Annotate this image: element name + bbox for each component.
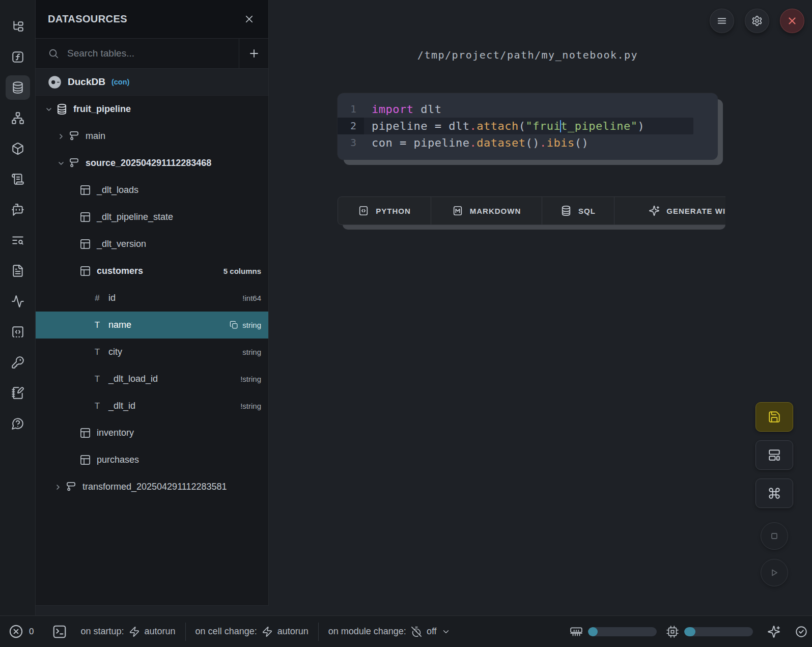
tree-row-dlt-load-id[interactable]: T_dlt_load_id!string <box>36 365 268 392</box>
status-on-cell-change[interactable]: on cell change:autorun <box>195 626 309 637</box>
key-icon <box>11 356 24 369</box>
tree-row-meta: !int64 <box>242 294 261 302</box>
status-item-label: on startup: <box>80 626 124 637</box>
tree-row-transformed-202504291112283581[interactable]: transformed_202504291112283581 <box>36 473 268 500</box>
code-text: con = pipeline.dataset().ibis() <box>364 134 718 151</box>
chevron-down-icon <box>441 627 451 636</box>
rail-item-database[interactable] <box>6 75 30 100</box>
column-type-glyph: # <box>93 293 102 303</box>
tree-row-meta-label: string <box>242 321 261 329</box>
close-x-button[interactable] <box>780 9 804 33</box>
tree-row-inventory[interactable]: inventory <box>36 419 268 446</box>
rail-item-code-square[interactable] <box>6 320 30 344</box>
tree-label: _dlt_pipeline_state <box>97 212 173 222</box>
line-number: 2 <box>338 118 364 134</box>
rail-item-notebook-pen[interactable] <box>6 381 30 405</box>
cell-action-generate-with-ai[interactable]: GENERATE WITH AI <box>614 197 725 224</box>
chevron-down-icon <box>57 159 65 167</box>
tree-row-meta: !string <box>240 375 261 383</box>
connection-name: DuckDB <box>68 76 105 88</box>
chevron-right-icon <box>57 132 65 140</box>
error-indicator[interactable]: 0 <box>8 624 34 639</box>
tree-row-main[interactable]: main <box>36 123 268 150</box>
check-circle-button[interactable] <box>795 625 808 638</box>
settings-button[interactable] <box>745 9 769 33</box>
tree-label: name <box>108 320 131 330</box>
tree-row-dlt-version[interactable]: _dlt_version <box>36 231 268 258</box>
command-icon <box>768 487 781 500</box>
menu-button[interactable] <box>710 9 734 33</box>
settings-icon <box>751 15 763 26</box>
rail-item-activity[interactable] <box>6 289 30 314</box>
rail-item-network[interactable] <box>6 106 30 130</box>
tree-row-id[interactable]: #id!int64 <box>36 285 268 312</box>
status-on-module-change[interactable]: on module change:off <box>328 626 451 637</box>
status-on-startup[interactable]: on startup:autorun <box>80 626 175 637</box>
table-icon <box>79 454 91 466</box>
zap-icon <box>129 626 140 637</box>
rail-item-bot-chat[interactable] <box>6 198 30 222</box>
tree-row-name[interactable]: Tnamestring <box>36 312 268 339</box>
tree-row-purchases[interactable]: purchases <box>36 446 268 473</box>
code-btn-icon <box>358 205 369 216</box>
terminal-button[interactable] <box>52 624 67 639</box>
cell-action-markdown[interactable]: MARKDOWN <box>431 197 542 224</box>
connection-badge: (con) <box>111 78 129 86</box>
line-number: 3 <box>338 134 364 151</box>
chevron-down-icon <box>57 159 65 167</box>
panel-header: DATASOURCES <box>36 0 268 39</box>
status-item-label: on cell change: <box>195 626 257 637</box>
file-text-icon <box>11 264 24 277</box>
layout-button[interactable] <box>755 440 793 470</box>
column-type-glyph: T <box>93 320 102 330</box>
tree-row-customers[interactable]: customers5 columns <box>36 258 268 285</box>
add-datasource-button[interactable] <box>239 39 268 69</box>
code-text: pipeline = dlt.attach("fruit_pipeline") <box>364 118 693 134</box>
rail-item-file-text[interactable] <box>6 259 30 283</box>
sparkles-button[interactable] <box>767 625 780 638</box>
rail-item-package[interactable] <box>6 136 30 161</box>
cpu-meter <box>666 625 753 638</box>
rail-item-function-square[interactable] <box>6 45 30 69</box>
stop-button[interactable] <box>761 522 788 550</box>
sparkles-icon <box>649 205 660 216</box>
rail-item-file-tree[interactable] <box>6 14 30 39</box>
search-row <box>36 39 268 69</box>
tree-row-dlt-id[interactable]: T_dlt_id!string <box>36 392 268 419</box>
connection-duckdb[interactable]: DuckDB (con) <box>36 69 268 96</box>
cell-action-sql[interactable]: SQL <box>542 197 614 224</box>
table-icon <box>79 184 91 196</box>
command-button[interactable] <box>755 479 793 508</box>
timer-off-icon <box>411 626 422 637</box>
tree-row-source-202504291112283468[interactable]: source_202504291112283468 <box>36 150 268 177</box>
tree-row-fruit-pipeline[interactable]: fruit_pipeline <box>36 96 268 123</box>
app-window: DATASOURCES DuckDB (con) fruit_pipelinem… <box>0 0 812 647</box>
status-item-label: on module change: <box>328 626 406 637</box>
rail-item-help-circle[interactable] <box>6 411 30 436</box>
tree-label: _dlt_loads <box>97 185 138 195</box>
cell-action-python[interactable]: PYTHON <box>338 197 431 224</box>
window-controls <box>710 9 804 33</box>
rail-item-text-search[interactable] <box>6 228 30 252</box>
tree-label: main <box>86 131 105 142</box>
table-icon <box>79 427 91 439</box>
search-input[interactable] <box>66 47 239 60</box>
column-type-glyph: T <box>93 347 102 357</box>
tree-row-dlt-pipeline-state[interactable]: _dlt_pipeline_state <box>36 204 268 231</box>
tree-label: _dlt_load_id <box>108 374 158 384</box>
status-items: on startup:autorunon cell change:autorun… <box>80 623 450 641</box>
tree-row-dlt-loads[interactable]: _dlt_loads <box>36 177 268 204</box>
tree-row-city[interactable]: Tcitystring <box>36 339 268 365</box>
tree-row-meta-label: !string <box>240 402 261 410</box>
code-cell[interactable]: 1import dlt2pipeline = dlt.attach("fruit… <box>338 93 718 160</box>
play-button[interactable] <box>761 559 788 586</box>
database-icon <box>11 81 24 94</box>
chevron-down-icon <box>45 105 53 114</box>
save-button[interactable] <box>755 402 793 432</box>
schema-icon <box>65 481 77 493</box>
table-icon <box>79 211 91 223</box>
activity-icon <box>11 295 24 308</box>
panel-close-button[interactable] <box>243 13 255 25</box>
rail-item-key[interactable] <box>6 350 30 375</box>
rail-item-scroll[interactable] <box>6 167 30 191</box>
